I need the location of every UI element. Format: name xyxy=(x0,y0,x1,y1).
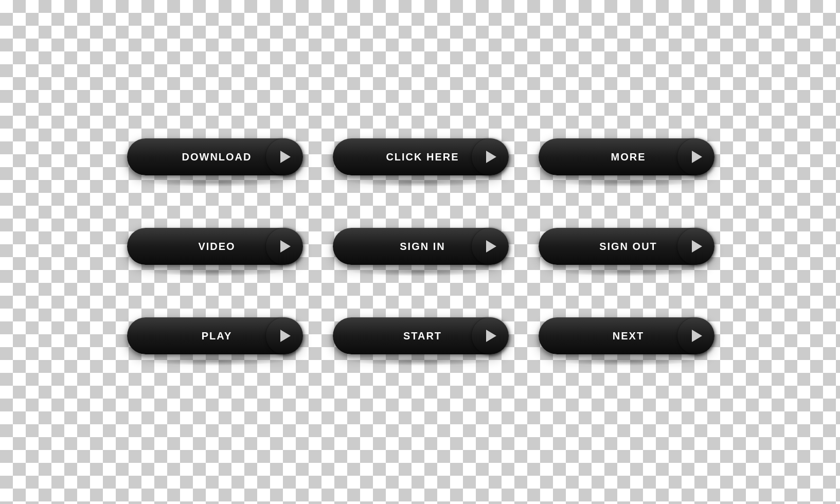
sign-out-button[interactable]: SIGN OUT xyxy=(539,228,713,265)
download-shadow xyxy=(145,177,284,187)
download-circle xyxy=(266,138,303,175)
sign-in-button[interactable]: SIGN IN xyxy=(333,228,508,265)
more-button[interactable]: MORE xyxy=(539,138,713,175)
next-button[interactable]: NEXT xyxy=(539,317,713,354)
more-play-icon xyxy=(692,151,702,163)
more-circle xyxy=(677,138,714,175)
video-button[interactable]: VIDEO xyxy=(127,228,302,265)
play-shadow xyxy=(145,356,284,366)
btn-wrapper-play: PLAY xyxy=(127,317,302,366)
video-circle xyxy=(266,228,303,265)
start-circle xyxy=(472,317,509,354)
play-button[interactable]: PLAY xyxy=(127,317,302,354)
click-here-shadow xyxy=(350,177,490,187)
start-button[interactable]: START xyxy=(333,317,508,354)
sign-in-shadow xyxy=(350,267,490,276)
sign-out-circle xyxy=(677,228,714,265)
play-circle xyxy=(266,317,303,354)
next-shadow xyxy=(556,356,696,366)
click-here-circle xyxy=(472,138,509,175)
btn-wrapper-sign-out: SIGN OUT xyxy=(539,228,713,276)
sign-in-play-icon xyxy=(486,240,496,253)
btn-wrapper-click-here: CLICK HERE xyxy=(333,138,508,187)
btn-wrapper-download: DOWNLOAD xyxy=(127,138,302,187)
next-play-icon xyxy=(692,330,702,342)
main-container: DOWNLOADCLICK HEREMOREVIDEOSIGN INSIGN O… xyxy=(0,0,840,504)
play-play-icon xyxy=(280,330,291,342)
video-shadow xyxy=(145,267,284,276)
btn-wrapper-start: START xyxy=(333,317,508,366)
more-shadow xyxy=(556,177,696,187)
sign-out-shadow xyxy=(556,267,696,276)
download-button[interactable]: DOWNLOAD xyxy=(127,138,302,175)
button-grid: DOWNLOADCLICK HEREMOREVIDEOSIGN INSIGN O… xyxy=(96,107,744,397)
start-shadow xyxy=(350,356,490,366)
btn-wrapper-more: MORE xyxy=(539,138,713,187)
start-play-icon xyxy=(486,330,496,342)
click-here-button[interactable]: CLICK HERE xyxy=(333,138,508,175)
next-circle xyxy=(677,317,714,354)
download-play-icon xyxy=(280,151,291,163)
video-play-icon xyxy=(280,240,291,253)
click-here-play-icon xyxy=(486,151,496,163)
sign-in-circle xyxy=(472,228,509,265)
btn-wrapper-video: VIDEO xyxy=(127,228,302,276)
sign-out-play-icon xyxy=(692,240,702,253)
btn-wrapper-sign-in: SIGN IN xyxy=(333,228,508,276)
btn-wrapper-next: NEXT xyxy=(539,317,713,366)
